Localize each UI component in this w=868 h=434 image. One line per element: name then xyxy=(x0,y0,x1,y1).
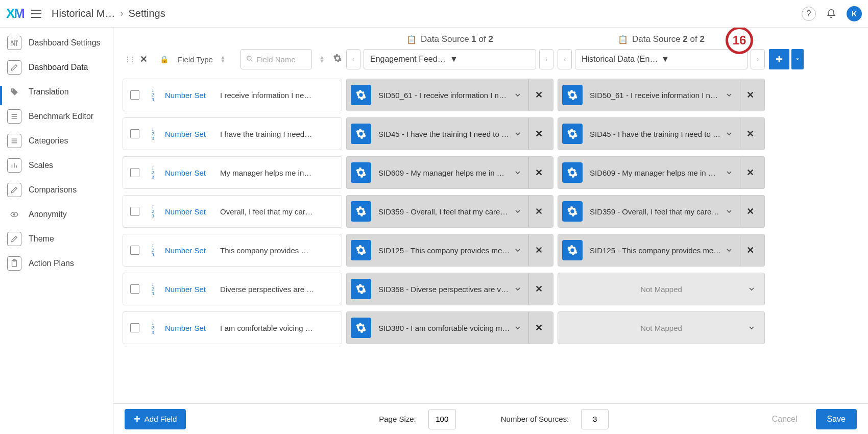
chevron-down-icon[interactable] xyxy=(510,91,525,99)
close-icon[interactable]: ✕ xyxy=(140,54,148,65)
sidebar-item-theme[interactable]: Theme xyxy=(0,227,113,251)
mapping-label: SID609 - My manager helps me in m… xyxy=(590,168,721,177)
chevron-down-icon[interactable] xyxy=(744,324,759,332)
sidebar-item-categories[interactable]: Categories xyxy=(0,129,113,153)
next-source-button[interactable]: › xyxy=(751,49,765,69)
bell-icon[interactable] xyxy=(824,7,838,21)
remove-mapping-button[interactable]: ✕ xyxy=(528,312,549,344)
chevron-down-icon[interactable] xyxy=(744,285,759,293)
breadcrumb-item[interactable]: Historical M… xyxy=(52,8,115,19)
field-name-label: I am comfortable voicing … xyxy=(220,324,313,332)
sidebar-item-anonymity[interactable]: Anonymity xyxy=(0,202,113,227)
gear-button[interactable] xyxy=(562,240,583,260)
sidebar-item-scales[interactable]: Scales xyxy=(0,153,113,178)
source-select[interactable]: Engagement Feedback Template ▼ xyxy=(364,49,536,69)
source-select[interactable]: Historical Data (Engagement Fe… ▼ xyxy=(575,49,748,69)
gear-button[interactable] xyxy=(351,124,371,144)
gear-button[interactable] xyxy=(562,162,583,183)
sidebar-item-action-plans[interactable]: Action Plans xyxy=(0,251,113,276)
remove-mapping-button[interactable]: ✕ xyxy=(740,234,760,266)
field-type-label: Number Set xyxy=(165,130,206,138)
chevron-down-icon[interactable] xyxy=(510,246,525,254)
prev-source-button[interactable]: ‹ xyxy=(346,49,360,69)
annotation-badge: 16 xyxy=(726,28,753,54)
sidebar-item-dashboard-settings[interactable]: Dashboard Settings xyxy=(0,31,113,55)
remove-mapping-button[interactable]: ✕ xyxy=(528,118,549,150)
chevron-down-icon[interactable] xyxy=(510,207,525,215)
sidebar-item-comparisons[interactable]: Comparisons xyxy=(0,178,113,202)
hamburger-icon[interactable] xyxy=(30,8,42,20)
chevron-down-icon[interactable] xyxy=(721,246,737,254)
row-checkbox[interactable] xyxy=(130,246,139,255)
drag-handle-icon[interactable]: ⋮⋮ xyxy=(125,56,135,63)
remove-mapping-button[interactable]: ✕ xyxy=(528,196,549,227)
gear-button[interactable] xyxy=(562,201,583,222)
breadcrumb-item[interactable]: Settings xyxy=(128,8,165,19)
avatar[interactable]: K xyxy=(847,6,862,21)
page-size-label: Page Size: xyxy=(379,415,416,423)
field-type-header[interactable]: Field Type xyxy=(178,55,213,64)
chevron-down-icon[interactable] xyxy=(721,91,737,99)
remove-mapping-button[interactable]: ✕ xyxy=(740,157,760,188)
eye-icon xyxy=(7,207,21,222)
chevron-down-icon[interactable] xyxy=(721,130,737,138)
add-field-button[interactable]: + Add Field xyxy=(125,409,186,429)
svg-point-20 xyxy=(247,56,251,60)
mapping-row[interactable]: Not Mapped xyxy=(558,273,765,305)
lines-icon xyxy=(7,134,21,148)
num-sources-label: Number of Sources: xyxy=(501,415,569,423)
gear-button[interactable] xyxy=(351,279,371,299)
remove-mapping-button[interactable]: ✕ xyxy=(528,234,549,266)
chevron-down-icon[interactable] xyxy=(510,130,525,138)
chevron-down-icon[interactable] xyxy=(510,324,525,332)
gear-button[interactable] xyxy=(562,85,583,105)
sidebar-item-label: Benchmark Editor xyxy=(29,111,93,122)
num-sources-input[interactable] xyxy=(581,409,609,429)
remove-mapping-button[interactable]: ✕ xyxy=(740,118,760,150)
row-checkbox[interactable] xyxy=(130,168,139,177)
chevron-down-icon[interactable] xyxy=(510,285,525,293)
chevron-down-icon[interactable] xyxy=(510,168,525,177)
gear-button[interactable] xyxy=(351,318,371,338)
next-source-button[interactable]: › xyxy=(539,49,553,69)
gear-icon[interactable] xyxy=(333,54,342,65)
remove-mapping-button[interactable]: ✕ xyxy=(528,79,549,111)
sidebar-item-translation[interactable]: Translation xyxy=(0,80,113,104)
sort-icon[interactable]: ▲▼ xyxy=(220,56,226,63)
remove-mapping-button[interactable]: ✕ xyxy=(740,79,760,111)
add-source-dropdown[interactable] xyxy=(791,49,804,69)
cancel-button[interactable]: Cancel xyxy=(772,415,798,424)
search-input[interactable] xyxy=(256,55,302,64)
prev-source-button[interactable]: ‹ xyxy=(558,49,572,69)
gear-button[interactable] xyxy=(351,240,371,260)
gear-button[interactable] xyxy=(351,85,371,105)
lock-icon[interactable]: 🔒 xyxy=(160,55,168,63)
gear-button[interactable] xyxy=(562,124,583,144)
sidebar-item-dashboard-data[interactable]: Dashboard Data xyxy=(0,55,113,80)
sort-icon[interactable]: ▲▼ xyxy=(319,56,325,63)
save-button[interactable]: Save xyxy=(816,409,857,429)
mapping-row[interactable]: Not Mapped xyxy=(558,311,765,344)
remove-mapping-button[interactable]: ✕ xyxy=(528,273,549,305)
number-set-icon: 123 xyxy=(152,127,161,141)
gear-button[interactable] xyxy=(351,201,371,222)
chevron-right-icon: › xyxy=(120,8,123,19)
remove-mapping-button[interactable]: ✕ xyxy=(740,196,760,227)
row-checkbox[interactable] xyxy=(130,284,139,294)
help-icon[interactable]: ? xyxy=(802,7,816,21)
remove-mapping-button[interactable]: ✕ xyxy=(528,157,549,188)
add-source-button[interactable]: + xyxy=(769,49,789,69)
chevron-down-icon[interactable] xyxy=(721,168,737,177)
field-name-label: I receive information I ne… xyxy=(220,91,311,100)
row-checkbox[interactable] xyxy=(130,207,139,216)
row-checkbox[interactable] xyxy=(130,323,139,332)
field-name-label: Diverse perspectives are … xyxy=(220,285,314,294)
sidebar-item-benchmark-editor[interactable]: Benchmark Editor xyxy=(0,104,113,129)
page-size-input[interactable] xyxy=(428,409,456,429)
gear-button[interactable] xyxy=(351,162,371,183)
chevron-down-icon[interactable] xyxy=(721,207,737,215)
mapping-label: SID609 - My manager helps me in m… xyxy=(378,168,510,177)
chevron-down-icon: ▼ xyxy=(450,55,529,64)
row-checkbox[interactable] xyxy=(130,90,139,100)
row-checkbox[interactable] xyxy=(130,129,139,138)
